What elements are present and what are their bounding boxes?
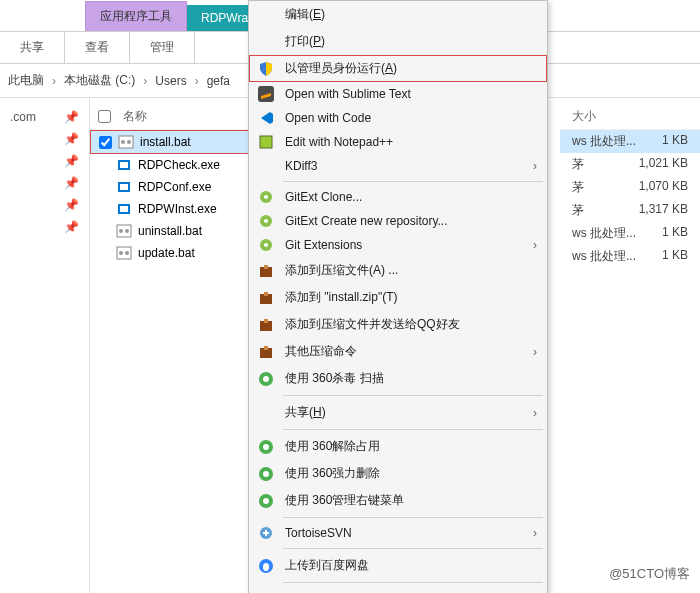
svg-rect-24: [264, 265, 268, 269]
exe-blue-icon: [116, 157, 132, 173]
ribbon-tab-apptools[interactable]: 应用程序工具: [85, 1, 187, 31]
baidu-icon: [257, 557, 275, 575]
menu-item[interactable]: 使用 360解除占用: [249, 433, 547, 460]
sublime-icon: [257, 85, 275, 103]
gitext-icon: [257, 212, 275, 230]
exe-blue-icon: [116, 179, 132, 195]
svg-point-14: [125, 251, 129, 255]
file-row[interactable]: install.bat: [90, 130, 250, 154]
svg-point-20: [264, 219, 268, 223]
menu-item[interactable]: 上传到百度网盘: [249, 552, 547, 579]
file-row[interactable]: uninstall.bat: [90, 220, 250, 242]
bat-icon: [116, 245, 132, 261]
pin-icon: 📌: [64, 220, 79, 234]
menu-item[interactable]: KDiff3›: [249, 154, 547, 178]
svg-rect-15: [258, 86, 274, 102]
menu-item-label: 编辑(E): [285, 6, 325, 23]
nav-item[interactable]: 📌: [0, 128, 89, 150]
menu-item[interactable]: 使用 360杀毒 扫描: [249, 365, 547, 392]
breadcrumb-item[interactable]: 本地磁盘 (C:): [64, 72, 135, 89]
svg-rect-30: [264, 346, 268, 350]
nav-item[interactable]: 📌: [0, 216, 89, 238]
select-all-checkbox[interactable]: [98, 110, 111, 123]
column-header-size[interactable]: 大小: [560, 104, 700, 130]
nav-item[interactable]: 📌: [0, 172, 89, 194]
chevron-right-icon: ›: [533, 238, 537, 252]
menu-item[interactable]: 添加到 "install.zip"(T): [249, 284, 547, 311]
menu-item[interactable]: 以管理员身份运行(A): [249, 55, 547, 82]
menu-item[interactable]: 添加到压缩文件并发送给QQ好友: [249, 311, 547, 338]
exe-blue-icon: [116, 201, 132, 217]
menu-item[interactable]: Open with Sublime Text: [249, 82, 547, 106]
svg-rect-4: [120, 162, 128, 168]
nav-item[interactable]: 📌: [0, 194, 89, 216]
svg-point-41: [263, 563, 269, 571]
shield-icon: [257, 60, 275, 78]
menu-item-label: Git Extensions: [285, 238, 362, 252]
detail-row: ws 批处理...1 KB: [560, 130, 700, 153]
breadcrumb-item[interactable]: 此电脑: [8, 72, 44, 89]
detail-row: ws 批处理...1 KB: [560, 222, 700, 245]
menu-item-label: KDiff3: [285, 159, 317, 173]
menu-item[interactable]: 添加到压缩文件(A) ...: [249, 257, 547, 284]
menu-item[interactable]: GitExt Clone...: [249, 185, 547, 209]
chevron-right-icon: ›: [533, 159, 537, 173]
menu-item-label: 共享(H): [285, 404, 326, 421]
file-name: uninstall.bat: [138, 224, 202, 238]
menu-separator: [283, 517, 543, 518]
toolbar-group-share[interactable]: 共享: [0, 32, 65, 63]
menu-item[interactable]: Edit with Notepad++: [249, 130, 547, 154]
file-checkbox[interactable]: [99, 136, 112, 149]
menu-item[interactable]: 其他压缩命令›: [249, 338, 547, 365]
toolbar-group-view[interactable]: 查看: [65, 32, 130, 63]
column-header-name[interactable]: 名称: [90, 104, 250, 130]
menu-item-label: 以管理员身份运行(A): [285, 60, 397, 77]
menu-item[interactable]: GitExt Create new repository...: [249, 209, 547, 233]
breadcrumb-item[interactable]: Users: [155, 74, 186, 88]
svg-point-38: [263, 498, 269, 504]
file-row[interactable]: RDPCheck.exe: [90, 154, 250, 176]
menu-item[interactable]: Open with Code: [249, 106, 547, 130]
details-columns: 大小 ws 批处理...1 KB茅1,021 KB茅1,070 KB茅1,317…: [560, 98, 700, 593]
winrar-icon: [257, 262, 275, 280]
360-icon: [257, 465, 275, 483]
chevron-right-icon: ›: [195, 74, 199, 88]
svg-rect-6: [120, 184, 128, 190]
file-row[interactable]: RDPWInst.exe: [90, 198, 250, 220]
menu-item[interactable]: 使用 360管理右键菜单: [249, 487, 547, 514]
pin-icon: 📌: [64, 154, 79, 168]
menu-item-label: 上传到百度网盘: [285, 557, 369, 574]
svg-rect-28: [264, 319, 268, 323]
nav-item[interactable]: 📌: [0, 150, 89, 172]
file-name: install.bat: [140, 135, 191, 149]
menu-item[interactable]: 打印(P): [249, 28, 547, 55]
chevron-right-icon: ›: [143, 74, 147, 88]
menu-item[interactable]: Git Extensions›: [249, 233, 547, 257]
menu-item-label: 使用 360杀毒 扫描: [285, 370, 384, 387]
file-row[interactable]: RDPConf.exe: [90, 176, 250, 198]
vscode-icon: [257, 109, 275, 127]
detail-row: ws 批处理...1 KB: [560, 245, 700, 268]
svg-rect-26: [264, 292, 268, 296]
menu-item-label: 添加到压缩文件(A) ...: [285, 262, 398, 279]
detail-row: 茅1,021 KB: [560, 153, 700, 176]
360-icon: [257, 438, 275, 456]
menu-item[interactable]: 使用 360强力删除: [249, 460, 547, 487]
menu-separator: [283, 429, 543, 430]
nav-item[interactable]: .com📌: [0, 106, 89, 128]
file-row[interactable]: update.bat: [90, 242, 250, 264]
breadcrumb-item[interactable]: gefa: [207, 74, 230, 88]
svg-rect-8: [120, 206, 128, 212]
svg-point-34: [263, 444, 269, 450]
360-icon: [257, 370, 275, 388]
tsvn-icon: [257, 524, 275, 542]
gitext-icon: [257, 188, 275, 206]
menu-item[interactable]: TortoiseSVN›: [249, 521, 547, 545]
svg-rect-16: [260, 136, 272, 148]
menu-item[interactable]: 共享(H)›: [249, 399, 547, 426]
svg-point-1: [121, 140, 125, 144]
menu-item[interactable]: 编辑(E): [249, 1, 547, 28]
toolbar-group-manage[interactable]: 管理: [130, 32, 195, 63]
menu-item[interactable]: 通过QQ/TIM发送到›: [249, 586, 547, 593]
menu-item-label: GitExt Create new repository...: [285, 214, 448, 228]
